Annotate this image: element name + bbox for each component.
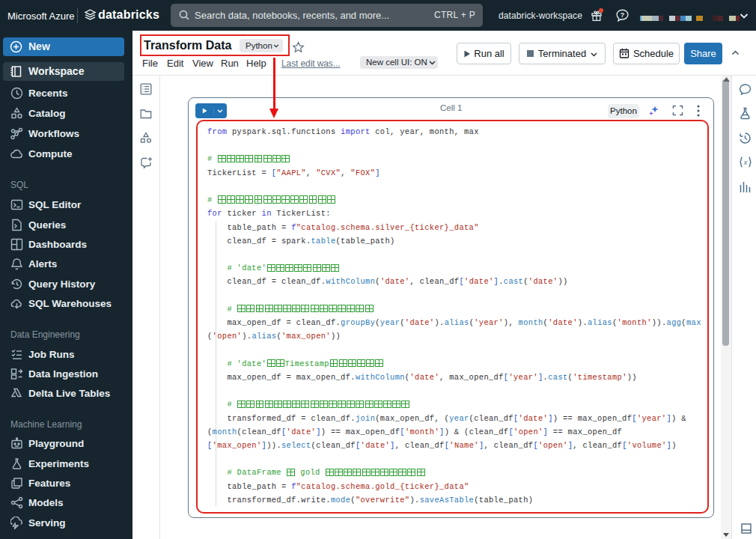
svg-text:?: ? bbox=[621, 10, 625, 19]
svg-text:x: x bbox=[743, 159, 748, 166]
